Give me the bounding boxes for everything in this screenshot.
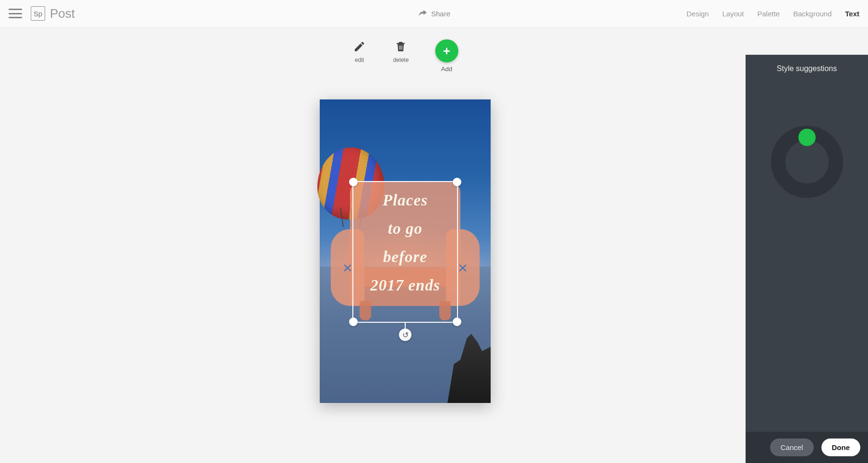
delete-label: delete (393, 57, 409, 63)
main-area: edit delete + Add × (0, 27, 868, 463)
share-icon (418, 9, 427, 18)
cancel-button[interactable]: Cancel (770, 439, 814, 456)
resize-handle-bl[interactable] (349, 317, 358, 326)
app-title: Post (50, 6, 75, 21)
canvas-toolbar: edit delete + Add (352, 39, 458, 73)
edit-button[interactable]: edit (352, 39, 367, 63)
style-wheel-area (746, 87, 868, 432)
add-button[interactable]: + Add (435, 39, 458, 73)
delete-button[interactable]: delete (393, 39, 409, 63)
top-bar: Sp Post Share Design Layout Palette Back… (0, 0, 868, 27)
rotate-handle[interactable]: ↺ (399, 329, 411, 341)
tab-palette[interactable]: Palette (758, 10, 780, 18)
tab-layout[interactable]: Layout (722, 10, 744, 18)
tab-text[interactable]: Text (845, 10, 859, 18)
resize-handle-tl[interactable] (349, 178, 358, 186)
tabs: Design Layout Palette Background Text (687, 10, 859, 18)
panel-title: Style suggestions (746, 55, 868, 87)
menu-icon[interactable] (9, 9, 22, 18)
canvas[interactable]: × × Places to go before 2017 ends ↺ (320, 99, 491, 403)
plus-icon: + (443, 45, 450, 57)
done-button[interactable]: Done (821, 439, 861, 456)
pencil-icon (352, 39, 367, 54)
right-panel: Style suggestions Cancel Done (746, 55, 868, 463)
resize-handle-tr[interactable] (453, 178, 461, 186)
resize-handle-br[interactable] (453, 317, 461, 326)
wheel-indicator[interactable] (798, 129, 816, 146)
tab-design[interactable]: Design (687, 10, 709, 18)
app-logo: Sp (31, 6, 45, 21)
share-label: Share (431, 10, 450, 18)
selection-box[interactable]: ↺ (352, 181, 458, 323)
style-wheel[interactable] (771, 126, 843, 198)
edit-label: edit (355, 57, 364, 63)
add-label: Add (441, 65, 452, 73)
trash-icon (394, 39, 408, 54)
tab-background[interactable]: Background (793, 10, 832, 18)
panel-footer: Cancel Done (746, 432, 868, 463)
share-button[interactable]: Share (418, 9, 450, 18)
add-circle[interactable]: + (435, 39, 458, 62)
